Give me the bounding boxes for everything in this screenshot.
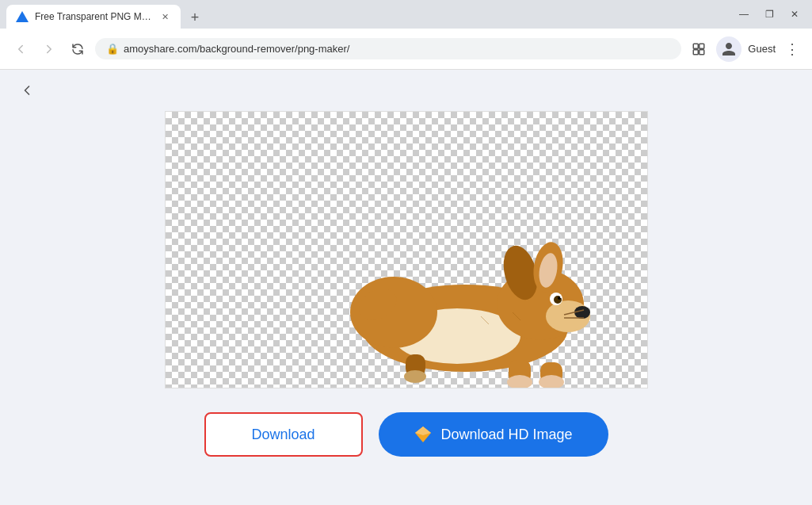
lock-icon: 🔒 [106, 43, 119, 55]
processed-image [330, 182, 600, 388]
svg-rect-3 [700, 49, 704, 54]
refresh-button[interactable] [67, 38, 89, 60]
diamond-icon [414, 425, 433, 444]
window-controls: — ❐ ✕ [733, 3, 806, 25]
new-tab-button[interactable]: + [184, 6, 206, 29]
active-tab[interactable]: Free Transparent PNG Maker - ✕ [6, 5, 181, 29]
svg-rect-2 [694, 49, 699, 54]
back-arrow-button[interactable] [16, 79, 38, 101]
svg-point-9 [574, 306, 590, 319]
tab-title: Free Transparent PNG Maker - [35, 11, 152, 22]
tab-favicon [16, 10, 29, 23]
close-button[interactable]: ✕ [783, 3, 806, 25]
tab-area: Free Transparent PNG Maker - ✕ + [6, 0, 733, 29]
address-bar: 🔒 amoyshare.com/background-remover/png-m… [0, 29, 812, 70]
address-input[interactable]: 🔒 amoyshare.com/background-remover/png-m… [95, 38, 681, 59]
restore-button[interactable]: ❐ [758, 3, 780, 25]
profile-button[interactable] [716, 36, 741, 62]
minimize-button[interactable]: — [733, 3, 755, 25]
download-hd-label: Download HD Image [440, 427, 572, 443]
action-buttons: Download Download HD Image [204, 412, 608, 457]
svg-rect-1 [700, 44, 704, 48]
svg-point-22 [404, 370, 426, 383]
title-bar: Free Transparent PNG Maker - ✕ + — ❐ ✕ [0, 0, 812, 29]
back-button[interactable] [10, 38, 32, 60]
content-area: Download Download HD Image [0, 70, 812, 505]
profile-label: Guest [748, 43, 776, 55]
forward-button[interactable] [38, 38, 60, 60]
url-text: amoyshare.com/background-remover/png-mak… [124, 43, 349, 55]
tab-close-button[interactable]: ✕ [158, 10, 171, 23]
extensions-button[interactable] [688, 38, 710, 60]
back-navigation [0, 70, 812, 111]
favicon-icon [16, 11, 29, 22]
browser-menu-button[interactable]: ⋮ [782, 37, 802, 61]
download-button[interactable]: Download [204, 412, 363, 457]
svg-point-13 [560, 296, 562, 298]
download-label: Download [251, 427, 315, 443]
image-preview [165, 111, 648, 388]
svg-rect-0 [694, 44, 699, 48]
download-hd-button[interactable]: Download HD Image [379, 412, 608, 457]
